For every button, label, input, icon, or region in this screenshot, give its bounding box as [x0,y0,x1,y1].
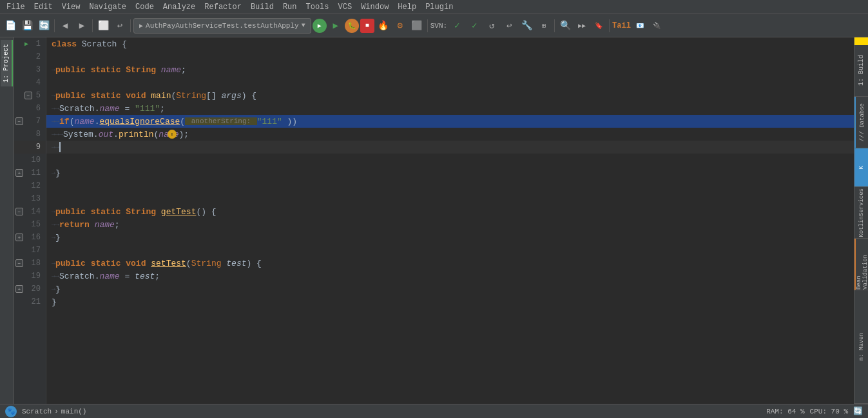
menu-file[interactable]: File [3,1,29,13]
toolbar-sep-3 [130,19,131,32]
search-btn[interactable]: 🔍 [557,18,573,34]
toolbar-sep-2 [92,19,93,32]
run-config-selector[interactable]: ▶ AuthPayAuthServiceTest.testAuthApply ▼ [133,18,311,34]
breadcrumb-method[interactable]: main() [61,408,87,415]
menu-analyze[interactable]: Analyze [159,1,199,13]
gutter-line-3: 3 [14,63,46,76]
code-line-16: →} [46,231,854,244]
line-numbers-gutter: ▶ 1 2 3 4 ▶ − 5 6 − 7 8 9 10 + 11 [14,37,46,404]
sidebar-item-build[interactable]: 1: Build [854,45,868,97]
coverage-btn[interactable]: ▶ [328,18,343,34]
gutter-line-1: ▶ 1 [14,37,46,50]
menu-code[interactable]: Code [131,1,158,13]
dog-icon: 🐾 [5,406,17,417]
menu-navigate[interactable]: Navigate [85,1,130,13]
breadcrumb: Scratch › main() [22,408,86,415]
sidebar-item-maven[interactable]: n: Maven [854,290,868,404]
menu-edit[interactable]: Edit [30,1,57,13]
menu-help[interactable]: Help [394,1,420,13]
gutter-line-16: + 16 [14,231,46,244]
profiler-btn[interactable]: ⚙ [392,18,408,34]
gutter-line-17: 17 [14,244,46,257]
sidebar-item-kotlin[interactable]: K [854,148,868,187]
menu-build[interactable]: Build [247,1,278,13]
gutter-line-12: 12 [14,179,46,192]
tail-label: Tail [612,21,631,30]
toolbar-sep-1 [54,19,55,32]
sync-btn[interactable]: 🔄 [36,18,52,34]
save-btn[interactable]: 💾 [19,18,35,34]
cpu-label: CPU: 70 % [810,408,848,415]
code-line-17 [46,244,854,257]
svn-wrench-btn[interactable]: 🔧 [519,18,534,34]
code-line-10 [46,154,854,166]
gutter-line-5: ▶ − 5 [14,89,46,102]
menu-window[interactable]: Window [357,1,392,13]
svn-check-btn[interactable]: ✓ [449,18,465,34]
flame-btn[interactable]: 🔥 [376,18,391,34]
svn-update-btn[interactable]: ✓ [467,18,482,34]
sidebar-item-beanvalidation[interactable]: Bean Validation [854,239,868,290]
code-line-18: →public static void setTest(String test)… [46,257,854,270]
code-line-1: class Scratch { [46,37,854,50]
code-line-15: →→return name; [46,218,854,231]
forward-btn[interactable]: ▶ [74,18,90,34]
menu-vcs[interactable]: VCS [334,1,356,13]
ram-label: RAM: 64 % [766,408,804,415]
highlight-bar-top [854,37,868,45]
gutter-line-6: 6 [14,102,46,115]
sidebar-item-project[interactable]: 1: Project [1,40,13,86]
code-line-5: →public static void main(String[] args) … [46,89,854,102]
menu-run[interactable]: Run [279,1,301,13]
svn-revert-btn[interactable]: ↺ [484,18,499,34]
new-file-btn[interactable]: 📄 [3,18,18,34]
gutter-line-18: − 18 [14,257,46,270]
undo-btn[interactable]: ↩ [112,18,128,34]
gutter-line-15: 15 [14,218,46,231]
code-line-12 [46,179,854,192]
view-btn[interactable]: ⬜ [95,18,111,34]
gutter-line-4: 4 [14,76,46,89]
code-line-19: →→Scratch.name = test; [46,270,854,283]
run2-btn[interactable]: ▶▶ [574,18,590,34]
svn-undo-btn[interactable]: ↩ [501,18,517,34]
extra-btn2[interactable]: 🔌 [649,18,664,34]
sidebar-item-database[interactable]: /// Databse [854,97,868,148]
toolbar-sep-5 [554,19,555,32]
gutter-line-10: 10 [14,154,46,166]
code-line-4 [46,76,854,89]
bookmark-btn[interactable]: 🔖 [591,18,606,34]
breadcrumb-class[interactable]: Scratch [22,408,52,415]
exec-arrow-1: ▶ [24,40,28,48]
run-button[interactable]: ▶ [313,19,327,33]
menu-refactor[interactable]: Refactor [200,1,246,13]
run-config-label: AuthPayAuthServiceTest.testAuthApply [146,22,299,30]
gutter-line-7: − 7 [14,115,46,128]
back-btn[interactable]: ◀ [57,18,73,34]
code-line-11: →} [46,166,854,179]
menu-plugin[interactable]: Plugin [421,1,457,13]
svn-merge-btn[interactable]: ⊞ [536,18,552,34]
menu-view[interactable]: View [58,1,84,13]
gutter-line-8: 8 [14,128,46,141]
breadcrumb-arrow: › [54,408,59,415]
status-bar-right: RAM: 64 % CPU: 70 % 🔄 [766,406,863,416]
menu-tools[interactable]: Tools [302,1,333,13]
gutter-line-11: + 11 [14,166,46,179]
gutter-line-2: 2 [14,50,46,63]
sidebar-item-kotlinservices[interactable]: KotlinServices [854,187,868,239]
code-editor[interactable]: class Scratch { →public static String na… [46,37,854,404]
code-line-6: →→Scratch.name = "111"; [46,102,854,115]
extra-btn1[interactable]: 📧 [632,18,648,34]
gutter-line-20: + 20 [14,283,46,295]
svn-area: SVN: ✓ ✓ ↺ ↩ 🔧 ⊞ [430,18,552,34]
menu-bar: File Edit View Navigate Code Analyze Ref… [0,0,868,14]
gutter-line-13: 13 [14,192,46,205]
code-line-8: →→→System.out.println(name); ! [46,128,854,141]
stop-btn[interactable]: ■ [360,19,374,33]
debug-button[interactable]: 🐛 [345,19,359,33]
refresh-icon[interactable]: 🔄 [853,406,863,416]
code-line-20: →} [46,283,854,295]
code-line-3: →public static String name; [46,63,854,76]
code-lines: class Scratch { →public static String na… [46,37,854,404]
